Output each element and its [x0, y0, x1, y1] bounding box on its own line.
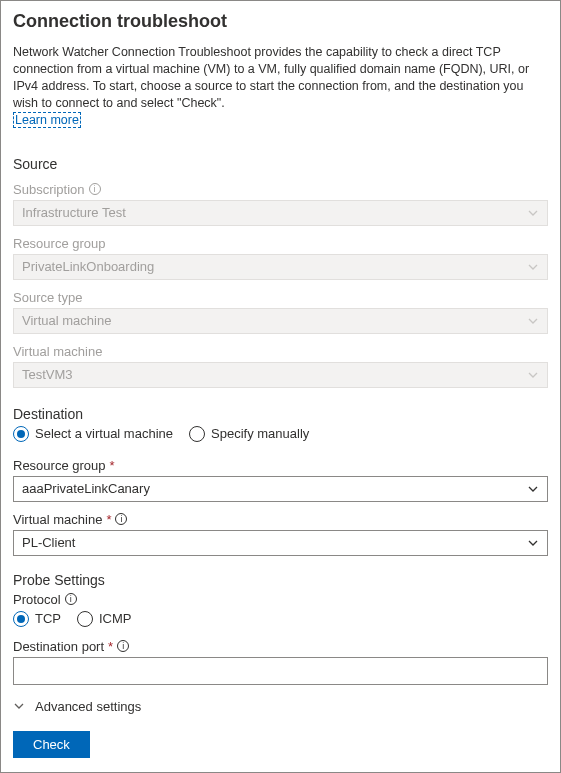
info-icon[interactable]: i [115, 513, 127, 525]
intro-text: Network Watcher Connection Troubleshoot … [13, 44, 548, 112]
check-button[interactable]: Check [13, 731, 90, 758]
advanced-settings-label: Advanced settings [35, 699, 141, 714]
probe-heading: Probe Settings [13, 572, 548, 588]
connection-troubleshoot-panel: Connection troubleshoot Network Watcher … [0, 0, 561, 773]
protocol-label-text: Protocol [13, 592, 61, 607]
destination-heading: Destination [13, 406, 548, 422]
radio-icon [77, 611, 93, 627]
subscription-dropdown: Infrastructure Test [13, 200, 548, 226]
source-resource-group-label: Resource group [13, 236, 548, 251]
protocol-radio-group: TCP ICMP [13, 611, 548, 627]
source-type-dropdown: Virtual machine [13, 308, 548, 334]
destination-mode-vm[interactable]: Select a virtual machine [13, 426, 173, 442]
required-marker: * [108, 639, 113, 654]
source-vm-label: Virtual machine [13, 344, 548, 359]
dest-port-input[interactable] [13, 657, 548, 685]
source-heading: Source [13, 156, 548, 172]
protocol-icmp-label: ICMP [99, 611, 132, 626]
dest-resource-group-label: Resource group * [13, 458, 548, 473]
radio-icon [13, 611, 29, 627]
chevron-down-icon [527, 369, 539, 381]
protocol-icmp[interactable]: ICMP [77, 611, 132, 627]
protocol-label: Protocol i [13, 592, 548, 607]
source-vm-dropdown: TestVM3 [13, 362, 548, 388]
subscription-label-text: Subscription [13, 182, 85, 197]
page-title: Connection troubleshoot [13, 11, 548, 32]
chevron-down-icon [527, 537, 539, 549]
advanced-settings-expander[interactable]: Advanced settings [13, 699, 548, 714]
required-marker: * [106, 512, 111, 527]
source-resource-group-value: PrivateLinkOnboarding [22, 259, 154, 274]
subscription-label: Subscription i [13, 182, 548, 197]
info-icon[interactable]: i [89, 183, 101, 195]
dest-resource-group-dropdown[interactable]: aaaPrivateLinkCanary [13, 476, 548, 502]
dest-port-label: Destination port * i [13, 639, 548, 654]
source-vm-value: TestVM3 [22, 367, 73, 382]
required-marker: * [110, 458, 115, 473]
destination-mode-manual-label: Specify manually [211, 426, 309, 441]
protocol-tcp[interactable]: TCP [13, 611, 61, 627]
source-type-value: Virtual machine [22, 313, 111, 328]
destination-mode-vm-label: Select a virtual machine [35, 426, 173, 441]
chevron-down-icon [527, 315, 539, 327]
chevron-down-icon [527, 261, 539, 273]
protocol-tcp-label: TCP [35, 611, 61, 626]
subscription-value: Infrastructure Test [22, 205, 126, 220]
source-type-label: Source type [13, 290, 548, 305]
source-resource-group-dropdown: PrivateLinkOnboarding [13, 254, 548, 280]
dest-vm-label: Virtual machine * i [13, 512, 548, 527]
radio-icon [13, 426, 29, 442]
destination-mode-radio-group: Select a virtual machine Specify manuall… [13, 426, 548, 442]
dest-vm-dropdown[interactable]: PL-Client [13, 530, 548, 556]
dest-port-label-text: Destination port [13, 639, 104, 654]
info-icon[interactable]: i [65, 593, 77, 605]
chevron-down-icon [13, 700, 25, 712]
info-icon[interactable]: i [117, 640, 129, 652]
chevron-down-icon [527, 483, 539, 495]
chevron-down-icon [527, 207, 539, 219]
radio-icon [189, 426, 205, 442]
dest-resource-group-value: aaaPrivateLinkCanary [22, 481, 150, 496]
destination-mode-manual[interactable]: Specify manually [189, 426, 309, 442]
dest-vm-value: PL-Client [22, 535, 75, 550]
learn-more-link[interactable]: Learn more [13, 112, 81, 128]
dest-resource-group-label-text: Resource group [13, 458, 106, 473]
dest-vm-label-text: Virtual machine [13, 512, 102, 527]
